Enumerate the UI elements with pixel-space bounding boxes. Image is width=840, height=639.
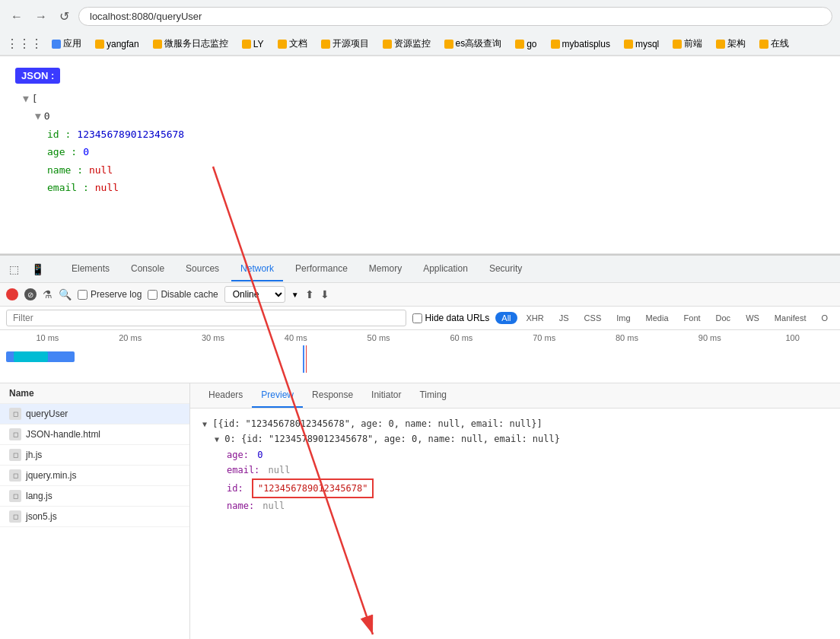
expand-root[interactable]: ▼ — [23, 90, 29, 107]
file-lang[interactable]: ◻ lang.js — [0, 486, 189, 507]
bookmark-icon — [278, 40, 287, 49]
bookmark-opensource[interactable]: 开源项目 — [317, 36, 374, 52]
detail-tab-timing[interactable]: Timing — [410, 383, 456, 408]
detail-tab-initiator[interactable]: Initiator — [362, 383, 410, 408]
tab-performance[interactable]: Performance — [286, 257, 357, 281]
hide-data-label[interactable]: Hide data URLs — [412, 313, 490, 323]
devtools-tab-bar: ⬚ 📱 Elements Console Sources Network Per… — [0, 256, 840, 283]
preserve-log-checkbox[interactable] — [78, 290, 88, 300]
devtools-panel: ⬚ 📱 Elements Console Sources Network Per… — [0, 254, 840, 639]
bookmark-docs[interactable]: 文档 — [273, 36, 312, 52]
chip-ws[interactable]: WS — [740, 312, 765, 324]
bookmark-arch[interactable]: 架构 — [711, 36, 750, 52]
chip-doc[interactable]: Doc — [710, 312, 737, 324]
email-key-label: email: — [227, 465, 259, 475]
bookmark-weifu[interactable]: 微服务日志监控 — [148, 36, 233, 52]
preview-age-row: age: 0 — [227, 447, 828, 463]
bookmark-go[interactable]: go — [511, 37, 541, 51]
bookmark-label: 在线 — [771, 37, 789, 50]
filter-input[interactable] — [6, 310, 406, 326]
expand-0[interactable]: ▼ — [35, 107, 41, 125]
files-header: Name — [0, 383, 189, 404]
bookmark-frontend[interactable]: 前端 — [668, 36, 707, 52]
object-expand[interactable]: ▼ — [215, 435, 219, 443]
tl-30ms: 30 ms — [172, 333, 255, 342]
inspect-icon[interactable]: ⬚ — [6, 260, 22, 278]
bookmark-label: 前端 — [684, 37, 702, 50]
bookmark-es[interactable]: es高级查询 — [440, 36, 507, 52]
filter-button[interactable]: ⚗ — [43, 288, 52, 300]
bookmark-apps[interactable]: 应用 — [47, 36, 86, 52]
file-queryuser[interactable]: ◻ queryUser — [0, 404, 189, 424]
bookmark-icon — [673, 40, 682, 49]
chip-xhr[interactable]: XHR — [520, 312, 550, 324]
detail-tab-response[interactable]: Response — [303, 383, 362, 408]
tab-security[interactable]: Security — [480, 257, 531, 281]
refresh-button[interactable]: ↺ — [56, 6, 72, 27]
apps-icon[interactable]: ⋮⋮⋮ — [6, 37, 43, 51]
tab-console[interactable]: Console — [122, 257, 173, 281]
detail-tab-preview[interactable]: Preview — [252, 383, 303, 408]
bookmark-icon — [551, 40, 560, 49]
timeline-labels: 10 ms 20 ms 30 ms 40 ms 50 ms 60 ms 70 m… — [0, 333, 840, 342]
chip-js[interactable]: JS — [553, 312, 575, 324]
bookmark-online[interactable]: 在线 — [755, 36, 794, 52]
hide-data-checkbox[interactable] — [412, 313, 422, 323]
age-val-preview: 0 — [257, 450, 262, 460]
nav-bar: ← → ↺ localhost:8080/queryUser — [0, 0, 840, 33]
forward-button[interactable]: → — [32, 7, 50, 27]
tab-sources[interactable]: Sources — [177, 257, 228, 281]
tl-10ms: 10 ms — [6, 333, 89, 342]
array-content: 012345678", age: 0, name: null, email: n… — [295, 418, 542, 429]
age-key-label: age: — [227, 450, 249, 460]
bookmark-icon — [624, 40, 633, 49]
chip-manifest[interactable]: Manifest — [768, 312, 813, 324]
chip-all[interactable]: All — [495, 312, 517, 324]
chip-other[interactable]: O — [815, 312, 834, 324]
bookmark-icon — [515, 40, 524, 49]
file-jquery[interactable]: ◻ jquery.min.js — [0, 466, 189, 486]
bookmark-ly[interactable]: LY — [237, 37, 269, 51]
stop-button[interactable]: ⊘ — [24, 288, 37, 300]
disable-cache-checkbox[interactable] — [148, 290, 158, 300]
age-key: age : — [47, 143, 77, 161]
tl-90ms: 90 ms — [668, 333, 751, 342]
import-button[interactable]: ⬆ — [305, 288, 314, 300]
disable-cache-label[interactable]: Disable cache — [148, 289, 218, 300]
search-button[interactable]: 🔍 — [59, 288, 72, 300]
bookmark-mysql[interactable]: mysql — [619, 37, 663, 51]
tab-application[interactable]: Application — [414, 257, 477, 281]
bookmark-yangfan[interactable]: yangfan — [91, 37, 144, 51]
file-icon: ◻ — [9, 428, 21, 440]
bookmark-ziyuan[interactable]: 资源监控 — [378, 36, 435, 52]
tab-memory[interactable]: Memory — [360, 257, 411, 281]
chip-media[interactable]: Media — [640, 312, 675, 324]
chip-font[interactable]: Font — [678, 312, 707, 324]
file-json5[interactable]: ◻ json5.js — [0, 507, 189, 527]
file-json-handle[interactable]: ◻ JSON-handle.html — [0, 424, 189, 445]
timeline-bars — [6, 345, 834, 373]
age-value: 0 — [83, 143, 89, 161]
id-val-highlight: "123456789012345678" — [252, 483, 374, 494]
address-bar[interactable]: localhost:8080/queryUser — [78, 7, 832, 26]
file-name: JSON-handle.html — [26, 429, 100, 440]
back-button[interactable]: ← — [8, 7, 26, 27]
detail-tab-headers[interactable]: Headers — [199, 383, 252, 408]
id-highlight-box: "123456789012345678" — [252, 478, 374, 498]
chip-img[interactable]: Img — [610, 312, 636, 324]
bookmark-mybatis[interactable]: mybatisplus — [546, 37, 615, 51]
preview-id-row: id: "123456789012345678" — [227, 478, 828, 498]
object-index: 0: {id: "1234 — [224, 434, 296, 444]
json-label: JSON : — [15, 68, 60, 84]
record-button[interactable] — [6, 288, 18, 300]
throttle-select[interactable]: Online Fast 3G Slow 3G — [224, 286, 285, 303]
bookmark-icon — [444, 40, 453, 49]
device-icon[interactable]: 📱 — [28, 260, 47, 278]
chip-css[interactable]: CSS — [578, 312, 608, 324]
file-jh[interactable]: ◻ jh.js — [0, 445, 189, 466]
preserve-log-label[interactable]: Preserve log — [78, 289, 142, 300]
tab-network[interactable]: Network — [231, 257, 283, 281]
array-expand[interactable]: ▼ — [202, 420, 207, 428]
export-button[interactable]: ⬇ — [320, 288, 329, 300]
tab-elements[interactable]: Elements — [62, 257, 119, 281]
